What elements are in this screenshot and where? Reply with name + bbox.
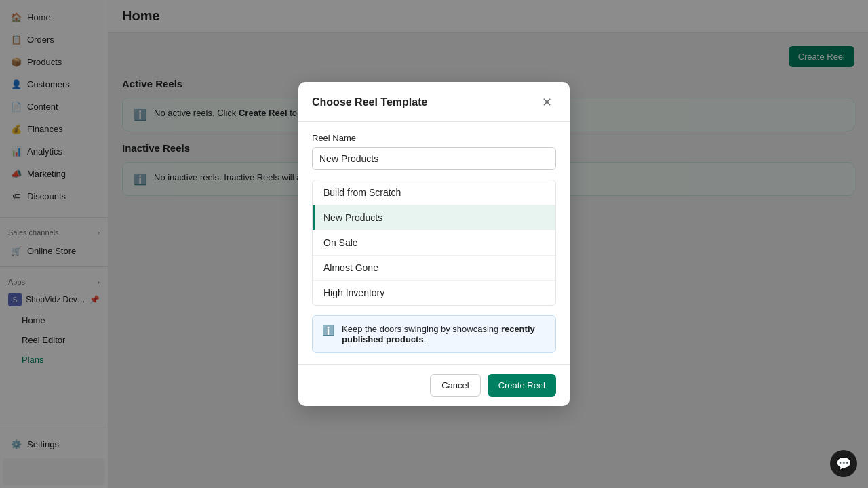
- chat-icon: 💬: [836, 456, 851, 471]
- modal-header: Choose Reel Template ✕: [298, 82, 570, 122]
- modal-close-button[interactable]: ✕: [537, 93, 556, 112]
- template-build-from-scratch[interactable]: Build from Scratch: [313, 180, 555, 205]
- template-on-sale[interactable]: On Sale: [313, 230, 555, 256]
- reel-name-input[interactable]: [312, 147, 556, 170]
- modal-overlay[interactable]: Choose Reel Template ✕ Reel Name Build f…: [0, 0, 868, 488]
- template-list: Build from Scratch New Products On Sale …: [312, 180, 556, 306]
- modal: Choose Reel Template ✕ Reel Name Build f…: [298, 82, 570, 406]
- chat-button[interactable]: 💬: [830, 450, 857, 477]
- modal-info-banner: ℹ️ Keep the doors swinging by showcasing…: [312, 315, 556, 353]
- modal-info-icon: ℹ️: [322, 325, 335, 337]
- cancel-button[interactable]: Cancel: [430, 374, 480, 396]
- template-new-products[interactable]: New Products: [313, 205, 555, 230]
- modal-body: Reel Name Build from Scratch New Product…: [298, 122, 570, 364]
- template-almost-gone[interactable]: Almost Gone: [313, 256, 555, 281]
- modal-title: Choose Reel Template: [312, 96, 427, 108]
- modal-create-reel-button[interactable]: Create Reel: [488, 374, 556, 396]
- reel-name-label: Reel Name: [312, 133, 556, 143]
- modal-footer: Cancel Create Reel: [298, 364, 570, 406]
- template-high-inventory[interactable]: High Inventory: [313, 281, 555, 305]
